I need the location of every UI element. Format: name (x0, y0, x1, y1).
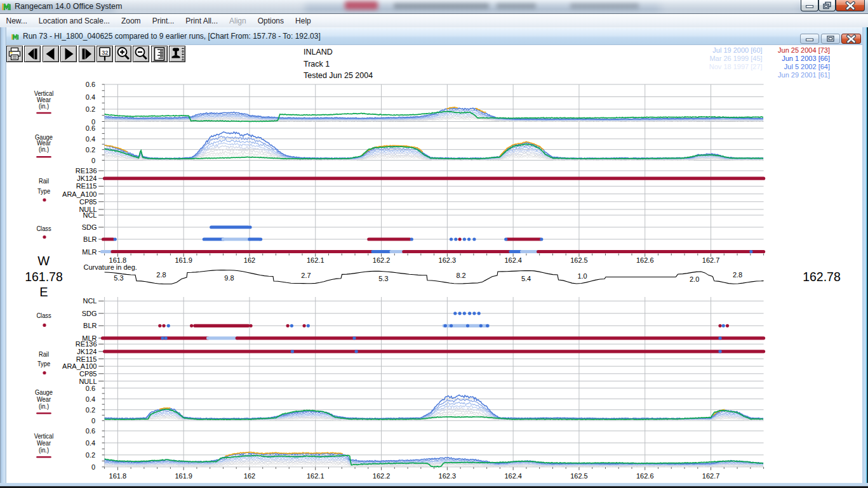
window-edge-left (0, 27, 6, 488)
restore-icon (822, 34, 839, 43)
row-label-ncl: NCL (83, 211, 97, 219)
row-label-re115: RE115 (76, 182, 97, 190)
end-mile-label: 162.78 (803, 269, 841, 284)
run-window: Run 73 - HI_1800_040625 compared to 9 ea… (6, 28, 862, 483)
y-axis-label: 0.2 (86, 406, 95, 414)
x-axis-label: 162.3 (439, 256, 457, 264)
x-axis-label: 162.5 (570, 256, 588, 264)
app-close-button[interactable] (836, 0, 865, 11)
menu-location-and-scale[interactable]: Location and Scale... (33, 15, 115, 27)
x-axis-label: 161.8 (109, 472, 127, 480)
titlebar-sheen (660, 0, 800, 13)
print-button[interactable] (6, 46, 23, 62)
curvature-value: 5.4 (521, 275, 531, 282)
x-axis-label: 161.9 (175, 256, 192, 264)
page-first-button[interactable] (24, 46, 41, 62)
y-axis-label: 0.6 (86, 385, 95, 392)
mdi-client-area: Run 73 - HI_1800_040625 compared to 9 ea… (0, 27, 868, 488)
section-vertical-wear-east: (in.) (39, 446, 49, 454)
menu-options[interactable]: Options (252, 15, 289, 27)
menu-print[interactable]: Print... (147, 15, 180, 27)
window-edge-right[interactable] (862, 27, 868, 488)
menu-print-all[interactable]: Print All... (180, 15, 224, 27)
menu-help[interactable]: Help (290, 15, 317, 27)
page-last-button[interactable] (79, 46, 95, 62)
zoom-in-button[interactable] (115, 46, 131, 62)
curvature-value: 2.8 (156, 271, 166, 279)
rail-profile-button[interactable] (169, 46, 185, 62)
section-rail-type-east: Rail (39, 350, 49, 358)
row-label-sdg: SDG (82, 310, 97, 317)
background-window-close-blur (345, 1, 378, 10)
row-label-re136: RE136 (76, 167, 97, 175)
y-axis-label: 0 (91, 417, 95, 425)
section-rail-type-west: Rail (39, 177, 49, 185)
app-window: Rangecam 14.0 Office System New...Locati… (0, 0, 868, 488)
direction-east-label: E (39, 285, 48, 300)
row-label-ncl: NCL (83, 297, 97, 305)
section-gauge-wear-east: (in.) (39, 402, 49, 410)
header-location: INLAND (304, 48, 333, 56)
legend-run: Jun 25 2004 [73] (728, 46, 830, 54)
curvature-value: 5.3 (378, 275, 388, 282)
curvature-value: 8.2 (456, 272, 465, 279)
header-track: Track 1 (304, 60, 330, 69)
section-rail-type-west: Type (37, 187, 50, 195)
run-window-close-button[interactable] (841, 34, 861, 44)
run-window-restore-button[interactable] (821, 34, 840, 44)
y-axis-label: 0.4 (86, 395, 95, 403)
maximize-icon (819, 0, 835, 10)
zoom-out-button[interactable] (133, 46, 149, 62)
chart-scale-button[interactable] (151, 46, 168, 62)
x-axis-label: 162.2 (373, 256, 391, 264)
row-label-sdg: SDG (82, 223, 97, 231)
menu-align[interactable]: Align (224, 15, 252, 27)
x-axis-label: 162.6 (636, 256, 654, 264)
section-vertical-wear-west: (in.) (39, 102, 49, 110)
page-next-icon (61, 46, 76, 62)
background-window-text1b-blur (497, 3, 536, 9)
run-window-minimize-button[interactable] (800, 34, 819, 44)
curvature-value: 9.8 (224, 274, 234, 282)
header-tested: Tested Jun 25 2004 (304, 71, 373, 80)
page-prev-button[interactable] (43, 46, 59, 62)
x-axis-label: 162.3 (439, 472, 457, 480)
page-first-icon (25, 46, 40, 62)
curvature-value: 5.3 (114, 274, 123, 282)
run-window-titlebar[interactable]: Run 73 - HI_1800_040625 compared to 9 ea… (6, 28, 862, 45)
menu-zoom[interactable]: Zoom (116, 15, 146, 27)
section-rail-type-east: Type (37, 360, 50, 367)
curvature-value: 2.0 (690, 275, 699, 283)
milepost-button[interactable]: 32 (97, 46, 113, 62)
minimize-icon (801, 0, 818, 10)
x-axis-label: 162.4 (504, 472, 522, 480)
app-logo-icon (1, 1, 12, 12)
background-window-text2-blur (570, 3, 639, 9)
y-axis-label: 0.4 (86, 93, 95, 101)
page-next-button[interactable] (60, 46, 77, 62)
milepost-number: 32 (100, 48, 110, 56)
row-label-mlr: MLR (82, 334, 97, 342)
x-axis-label: 161.9 (175, 472, 192, 480)
row-label-blr: BLR (83, 235, 97, 243)
window-edge-bottom[interactable] (0, 483, 868, 488)
direction-west-label: W (37, 253, 50, 268)
y-axis-label: 0 (91, 157, 95, 164)
background-window-text-blur (394, 3, 489, 9)
section-class-east: Class (36, 312, 51, 319)
y-axis-label: 0.2 (86, 451, 95, 459)
y-axis-label: 0.4 (86, 439, 95, 447)
app-maximize-button[interactable] (818, 0, 836, 11)
row-label-cp85: CP85 (79, 370, 97, 378)
x-axis-label: 162.5 (570, 472, 588, 480)
app-titlebar[interactable]: Rangecam 14.0 Office System (0, 0, 868, 13)
y-axis-label: 0.2 (86, 105, 95, 113)
app-minimize-button[interactable] (801, 0, 818, 11)
zoom-in-icon (116, 46, 131, 62)
app-title: Rangecam 14.0 Office System (15, 2, 122, 11)
run-window-icon (11, 32, 20, 41)
row-label-jk124: JK124 (77, 348, 97, 355)
section-class-west: Class (36, 225, 51, 232)
menu-new[interactable]: New... (1, 15, 32, 27)
row-label-cp85: CP85 (79, 198, 97, 206)
